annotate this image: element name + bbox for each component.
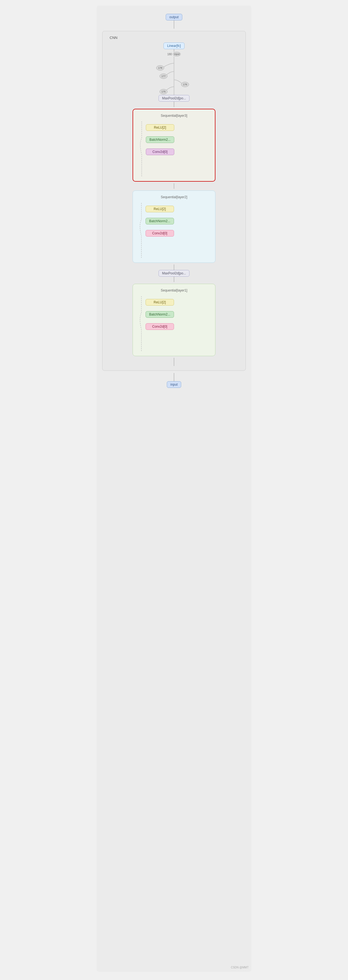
- seq3-nodes: ReLU[2] BatchNorm2... Conv2d[0]: [146, 121, 174, 177]
- seq-layer1-label: Sequential[layer1]: [161, 288, 187, 292]
- connector-svg-linear: 178 177 176 175: [146, 56, 202, 95]
- conn-seq1-bottom: [174, 358, 174, 366]
- input-node: input: [167, 381, 181, 388]
- output-section: output: [166, 14, 182, 29]
- seq1-nodes: ReLU[2] BatchNorm2... Conv2d[0]: [145, 296, 174, 352]
- seq-layer3-label: Sequential[layer3]: [161, 114, 187, 118]
- maxpool1-node: MaxPool2d[po...: [158, 95, 190, 102]
- ellipse-180-node: input: [173, 52, 180, 56]
- conv-l3-node: Conv2d[0]: [146, 148, 174, 155]
- seq-layer1-inner: ReLU[2] BatchNorm2... Conv2d[0]: [137, 296, 211, 352]
- watermark: CSDN @MMT: [231, 966, 249, 969]
- output-node: output: [166, 14, 182, 21]
- relu-l2-node: ReLU[2]: [145, 206, 174, 212]
- seq2-nodes: ReLU[2] BatchNorm2... Conv2d[0]: [145, 203, 174, 258]
- batchnorm-l2-node: BatchNorm2...: [145, 218, 174, 224]
- linear-node: Linear[fc]: [163, 43, 184, 49]
- seq-layer2-container: Sequential[layer2] ReLU[2] BatchNorm2...…: [132, 191, 216, 263]
- seq-layer3-inner: ReLU[2] BatchNorm2... Conv2d[0]: [137, 121, 211, 177]
- conn-bottom: [174, 373, 174, 381]
- maxpool1-section: MaxPool2d[po...: [158, 95, 190, 107]
- connector-output-cnn: [174, 21, 174, 29]
- conn1: [174, 49, 174, 52]
- seq-layer2-label: Sequential[layer2]: [161, 195, 187, 199]
- relu-l3-node: ReLU[2]: [146, 124, 174, 131]
- input-label: input: [174, 53, 180, 56]
- conn-maxpool2-seq1: [174, 277, 174, 282]
- svg-text:178: 178: [158, 67, 162, 69]
- seq3-curve-svg: [137, 121, 146, 177]
- batchnorm-l1-node: BatchNorm2...: [145, 311, 174, 318]
- cnn-container: CNN Linear[fc] 180 input: [102, 31, 246, 371]
- conn-maxpool1: [174, 102, 174, 107]
- conv-l1-node: Conv2d[0]: [145, 323, 174, 330]
- conn-seq3-seq2: [174, 183, 174, 189]
- linear-section: Linear[fc] 180 input: [107, 43, 241, 95]
- ellipse-180-row: 180 input: [168, 52, 181, 56]
- conv-l2-node: Conv2d[0]: [145, 230, 174, 237]
- linear-input-area: 180 input: [168, 49, 181, 56]
- svg-text:177: 177: [161, 75, 166, 78]
- main-canvas: output CNN Linear[fc] 180 input: [97, 6, 251, 972]
- seq1-curve-svg: [137, 296, 145, 352]
- seq-layer3-container: Sequential[layer3] ReLU[2] BatchNorm2...…: [132, 109, 216, 181]
- maxpool2-node: MaxPool2d[po...: [158, 270, 190, 277]
- cnn-label: CNN: [107, 36, 117, 40]
- seq2-curve-svg: [137, 203, 145, 258]
- conn-seq2-maxpool2: [174, 264, 174, 270]
- seq-layer1-container: Sequential[layer1] ReLU[2] BatchNorm2...…: [132, 284, 216, 356]
- ellipse-180-label: 180: [168, 53, 172, 56]
- relu-l1-node: ReLU[2]: [145, 299, 174, 305]
- svg-text:175: 175: [161, 90, 166, 93]
- batchnorm-l3-node: BatchNorm2...: [146, 136, 174, 143]
- seq-layer2-inner: ReLU[2] BatchNorm2... Conv2d[0]: [137, 203, 211, 258]
- svg-text:176: 176: [183, 83, 187, 86]
- maxpool2-section: MaxPool2d[po...: [158, 270, 190, 282]
